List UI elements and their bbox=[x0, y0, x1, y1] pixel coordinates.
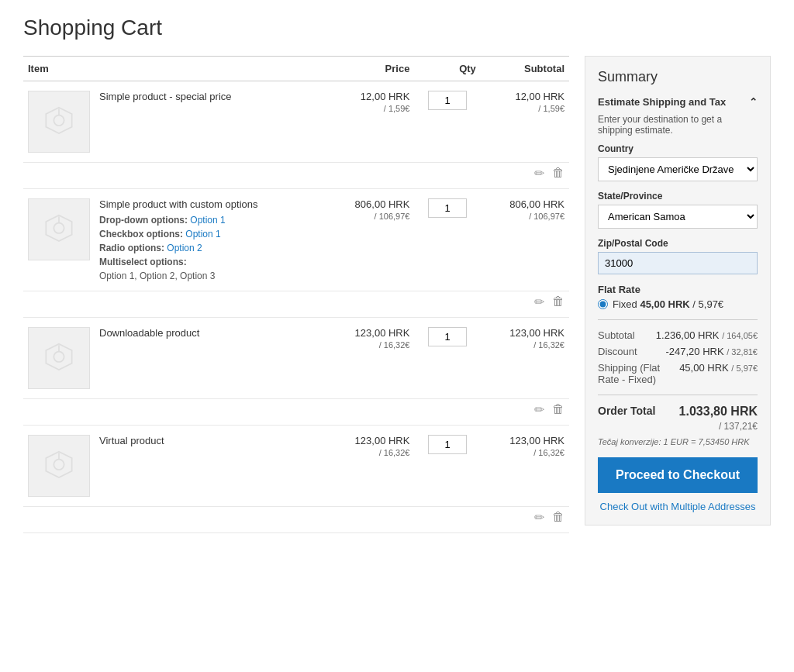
flat-rate-title: Flat Rate bbox=[598, 284, 758, 295]
delete-icon[interactable]: 🗑 bbox=[552, 295, 564, 309]
item-details: Virtual product bbox=[95, 426, 326, 507]
flat-rate-label: Fixed 45,00 HRK / 5,97€ bbox=[613, 298, 723, 310]
subtotal-value: 1.236,00 HRK / 164,05€ bbox=[656, 329, 758, 341]
item-thumbnail bbox=[23, 318, 95, 399]
item-action-row: ✏ 🗑 bbox=[23, 507, 569, 533]
country-label: Country bbox=[598, 143, 758, 154]
order-total-value: 1.033,80 HRK / 137,21€ bbox=[679, 405, 758, 432]
item-subtotal: 123,00 HRK / 16,32€ bbox=[481, 426, 569, 507]
item-action-row: ✏ 🗑 bbox=[23, 291, 569, 318]
item-action-row: ✏ 🗑 bbox=[23, 163, 569, 189]
discount-label: Discount bbox=[598, 346, 637, 357]
cart-table: Item Price Qty Subtotal Simple product -… bbox=[23, 56, 569, 533]
item-qty bbox=[414, 81, 480, 163]
item-price: 12,00 HRK / 1,59€ bbox=[326, 81, 414, 163]
item-name: Simple product with custom options bbox=[99, 198, 321, 210]
shipping-row: Shipping (Flat Rate - Fixed) 45,00 HRK /… bbox=[598, 362, 758, 385]
item-qty bbox=[414, 318, 480, 399]
qty-input[interactable] bbox=[428, 198, 467, 218]
header-price: Price bbox=[326, 57, 414, 81]
subtotal-row: Subtotal 1.236,00 HRK / 164,05€ bbox=[598, 329, 758, 341]
item-price: 806,00 HRK / 106,97€ bbox=[326, 189, 414, 291]
estimate-desc: Enter your destination to get a shipping… bbox=[598, 114, 758, 136]
item-name: Downloadable product bbox=[99, 327, 321, 339]
item-qty bbox=[414, 426, 480, 507]
item-details: Simple product - special price bbox=[95, 81, 326, 163]
item-name: Virtual product bbox=[99, 435, 321, 446]
state-select[interactable]: American Samoa bbox=[598, 205, 758, 229]
summary-panel: Summary Estimate Shipping and Tax ⌃ Ente… bbox=[585, 56, 771, 526]
header-item: Item bbox=[23, 57, 326, 81]
order-total-row: Order Total 1.033,80 HRK / 137,21€ bbox=[598, 405, 758, 432]
total-divider bbox=[598, 395, 758, 395]
table-row: Simple product with custom options Drop-… bbox=[23, 189, 569, 291]
item-qty bbox=[414, 189, 480, 291]
svg-point-1 bbox=[54, 223, 64, 233]
zip-label: Zip/Postal Code bbox=[598, 238, 758, 249]
subtotal-label: Subtotal bbox=[598, 329, 635, 341]
discount-value: -247,20 HRK / 32,81€ bbox=[665, 346, 758, 357]
cart-layout: Item Price Qty Subtotal Simple product -… bbox=[23, 56, 771, 533]
multi-address-link[interactable]: Check Out with Multiple Addresses bbox=[600, 501, 756, 512]
item-price: 123,00 HRK / 16,32€ bbox=[326, 318, 414, 399]
flat-rate-radio[interactable] bbox=[598, 299, 608, 309]
zip-input[interactable] bbox=[598, 252, 758, 274]
checkout-button[interactable]: Proceed to Checkout bbox=[598, 457, 758, 493]
shipping-label: Shipping (Flat Rate - Fixed) bbox=[598, 362, 679, 385]
action-cell: ✏ 🗑 bbox=[23, 399, 569, 426]
edit-icon[interactable]: ✏ bbox=[534, 510, 544, 525]
item-subtotal: 806,00 HRK / 106,97€ bbox=[481, 189, 569, 291]
cart-sidebar: Summary Estimate Shipping and Tax ⌃ Ente… bbox=[585, 56, 771, 533]
flat-rate-option: Fixed 45,00 HRK / 5,97€ bbox=[598, 298, 758, 310]
summary-divider bbox=[598, 319, 758, 320]
conversion-note: Tečaj konverzije: 1 EUR = 7,53450 HRK bbox=[598, 437, 758, 446]
qty-input[interactable] bbox=[428, 91, 467, 110]
summary-title: Summary bbox=[598, 69, 758, 85]
page-title: Shopping Cart bbox=[23, 16, 771, 40]
delete-icon[interactable]: 🗑 bbox=[552, 166, 564, 181]
table-row: Simple product - special price 12,00 HRK… bbox=[23, 81, 569, 163]
item-price: 123,00 HRK / 16,32€ bbox=[326, 426, 414, 507]
estimate-shipping-header[interactable]: Estimate Shipping and Tax ⌃ bbox=[598, 96, 758, 108]
action-cell: ✏ 🗑 bbox=[23, 291, 569, 318]
action-cell: ✏ 🗑 bbox=[23, 163, 569, 189]
action-cell: ✏ 🗑 bbox=[23, 507, 569, 533]
header-subtotal: Subtotal bbox=[481, 57, 569, 81]
edit-icon[interactable]: ✏ bbox=[534, 295, 544, 309]
state-label: State/Province bbox=[598, 191, 758, 202]
table-row: Downloadable product 123,00 HRK / 16,32€… bbox=[23, 318, 569, 399]
delete-icon[interactable]: 🗑 bbox=[552, 402, 564, 417]
svg-point-3 bbox=[54, 460, 64, 470]
chevron-up-icon: ⌃ bbox=[749, 96, 758, 108]
discount-row: Discount -247,20 HRK / 32,81€ bbox=[598, 346, 758, 357]
qty-input[interactable] bbox=[428, 327, 467, 346]
multi-address-container: Check Out with Multiple Addresses bbox=[598, 501, 758, 512]
shipping-value: 45,00 HRK / 5,97€ bbox=[679, 362, 758, 385]
header-qty: Qty bbox=[414, 57, 480, 81]
item-subtotal: 123,00 HRK / 16,32€ bbox=[481, 318, 569, 399]
page-container: Shopping Cart Item Price Qty Subtotal bbox=[0, 0, 794, 549]
table-row: Virtual product 123,00 HRK / 16,32€ 123,… bbox=[23, 426, 569, 507]
item-thumbnail bbox=[23, 426, 95, 507]
qty-input[interactable] bbox=[428, 435, 467, 454]
item-thumbnail bbox=[23, 81, 95, 163]
item-details: Simple product with custom options Drop-… bbox=[95, 189, 326, 291]
item-details: Downloadable product bbox=[95, 318, 326, 399]
order-total-label: Order Total bbox=[598, 405, 655, 417]
cart-main: Item Price Qty Subtotal Simple product -… bbox=[23, 56, 569, 533]
item-action-row: ✏ 🗑 bbox=[23, 399, 569, 426]
svg-point-2 bbox=[54, 352, 64, 362]
item-subtotal: 12,00 HRK / 1,59€ bbox=[481, 81, 569, 163]
estimate-shipping-label: Estimate Shipping and Tax bbox=[598, 96, 726, 108]
flat-rate-section: Flat Rate Fixed 45,00 HRK / 5,97€ bbox=[598, 284, 758, 310]
country-select[interactable]: Sjedinjene Američke Države bbox=[598, 157, 758, 181]
svg-point-0 bbox=[54, 115, 64, 126]
item-name: Simple product - special price bbox=[99, 91, 321, 102]
edit-icon[interactable]: ✏ bbox=[534, 166, 544, 181]
delete-icon[interactable]: 🗑 bbox=[552, 510, 564, 525]
edit-icon[interactable]: ✏ bbox=[534, 402, 544, 417]
item-thumbnail bbox=[23, 189, 95, 291]
